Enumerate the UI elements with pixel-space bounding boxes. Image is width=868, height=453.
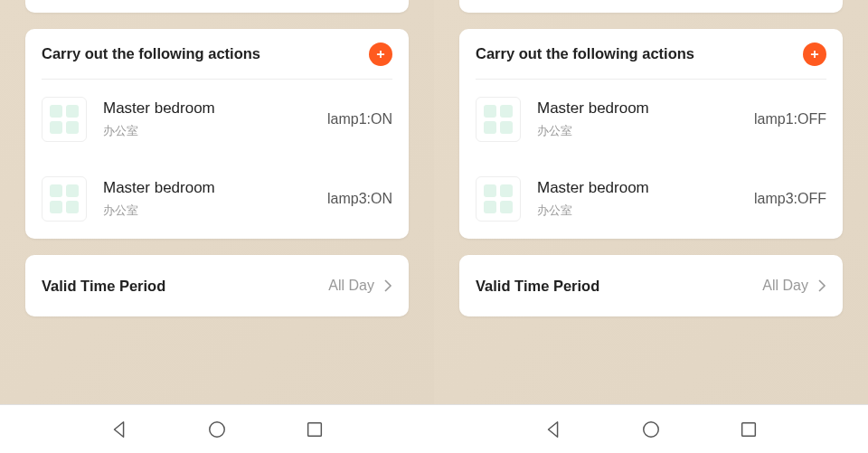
nav-back-icon[interactable] [543,420,563,439]
card-peek-top [459,0,843,13]
action-state: lamp1:OFF [754,111,826,127]
plus-icon [374,48,387,61]
valid-time-right: All Day [762,278,826,294]
action-subtitle: 办公室 [537,203,738,219]
action-name: Master bedroom [103,179,311,197]
android-navbar [0,404,434,453]
svg-point-0 [210,421,225,437]
device-icon [476,97,521,142]
actions-title: Carry out the following actions [42,45,260,62]
add-action-button[interactable] [803,42,826,66]
actions-card-header: Carry out the following actions [42,29,392,80]
action-state: lamp1:ON [327,111,392,127]
valid-time-label: Valid Time Period [42,278,165,295]
device-icon [42,176,87,222]
action-subtitle: 办公室 [103,203,311,219]
action-row[interactable]: Master bedroom 办公室 lamp1:ON [42,80,392,159]
card-peek-top [25,0,409,13]
nav-home-icon[interactable] [641,420,661,439]
phone-background: Carry out the following actions Master b… [434,0,868,404]
phone-background: Carry out the following actions Master b… [0,0,434,404]
actions-title: Carry out the following actions [476,45,694,62]
action-state: lamp3:ON [327,191,392,207]
actions-card: Carry out the following actions Master b… [25,29,409,239]
action-name: Master bedroom [103,99,311,118]
nav-back-icon[interactable] [109,420,129,439]
action-name: Master bedroom [537,99,738,118]
device-icon [476,176,521,222]
action-list: Master bedroom 办公室 lamp1:ON Master bedro… [42,80,392,239]
add-action-button[interactable] [369,42,392,66]
valid-time-row[interactable]: Valid Time Period All Day [25,255,409,316]
nav-home-icon[interactable] [207,420,227,439]
action-info: Master bedroom 办公室 [537,99,738,139]
phone-right: Carry out the following actions Master b… [434,0,868,453]
action-row[interactable]: Master bedroom 办公室 lamp3:OFF [476,159,826,239]
valid-time-row[interactable]: Valid Time Period All Day [459,255,843,316]
action-state: lamp3:OFF [754,191,826,207]
nav-recent-icon[interactable] [739,420,759,439]
valid-time-value: All Day [328,278,374,294]
actions-card-header: Carry out the following actions [476,29,826,80]
android-navbar [434,404,868,453]
chevron-right-icon [383,278,392,293]
action-info: Master bedroom 办公室 [537,179,738,219]
action-info: Master bedroom 办公室 [103,99,311,139]
action-subtitle: 办公室 [103,123,311,139]
device-icon [42,97,87,142]
valid-time-right: All Day [328,278,392,294]
chevron-right-icon [817,278,826,293]
svg-point-2 [644,421,659,437]
phone-left: Carry out the following actions Master b… [0,0,434,453]
action-name: Master bedroom [537,179,738,197]
actions-card: Carry out the following actions Master b… [459,29,843,239]
plus-icon [808,48,821,61]
valid-time-label: Valid Time Period [476,278,599,295]
nav-recent-icon[interactable] [305,420,325,439]
valid-time-value: All Day [762,278,808,294]
svg-rect-1 [308,422,322,436]
action-subtitle: 办公室 [537,123,738,139]
action-info: Master bedroom 办公室 [103,179,311,219]
action-list: Master bedroom 办公室 lamp1:OFF Master bedr… [476,80,826,239]
action-row[interactable]: Master bedroom 办公室 lamp3:ON [42,159,392,239]
svg-rect-3 [742,422,756,436]
action-row[interactable]: Master bedroom 办公室 lamp1:OFF [476,80,826,159]
